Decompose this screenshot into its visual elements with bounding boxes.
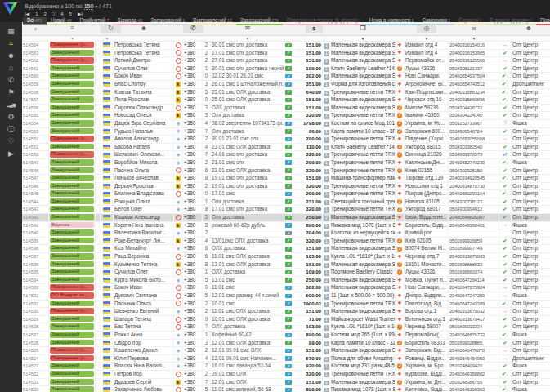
table-row[interactable]: 514546 Завершений Деркач Ярослав k +380 … [22,183,550,191]
client-name[interactable]: Роке-Бетанкурт Лін... [114,238,174,245]
table-row[interactable]: 514529 Завершений Шапарь Тетяна +380 9 1… [22,316,550,324]
client-name[interactable]: Пасічна Ольга [114,167,174,175]
table-row[interactable]: 514532 DO Возврат ок... Дукович Світлана… [22,292,550,301]
product-name[interactable]: Маленькая видеокамера SQ8 *... [330,245,396,252]
info-icon[interactable]: ⓘ [0,123,22,136]
tracking-number[interactable]: 20400316153965 [449,50,499,57]
client-phone[interactable]: +380 [183,89,203,96]
table-row[interactable]: 514547 Завершений Линьков Вячеслав k +38… [22,175,550,183]
client-name[interactable]: Петровська Тетяна [114,50,174,57]
client-name[interactable]: Курта Микола Вікто... [114,277,174,284]
client-name[interactable]: Пасічник Ольга [114,301,174,308]
tab-10[interactable]: Самовивіз2 [418,17,454,25]
client-phone[interactable]: +380 [183,151,203,158]
client-name[interactable]: Дударев Сергій [114,379,174,386]
table-row[interactable]: 514551 Завершений Басова Наталя ✳ +380 4… [22,144,550,152]
tracking-number[interactable]: 20450648826087 [449,214,499,221]
product-name[interactable]: Полка для обуви Amazing Shoe ... [330,355,396,363]
client-name[interactable]: Шелковин Олексан... [114,151,174,158]
product-name[interactable]: Карта памяти 10 класс - 8ГБ *12... [330,128,396,136]
tab-5[interactable]: Запакований1 [146,17,189,25]
client-phone[interactable]: +380 [183,175,203,182]
product-name[interactable]: Тренировочные петли TRX Train... [330,112,396,119]
client-name[interactable]: Авилов Александр [114,136,174,143]
client-name[interactable]: Басова Наталя [114,144,174,151]
client-name[interactable]: Благінна Владіслава [114,190,174,198]
product-name[interactable]: Клатч Baellerry Leather *1487* (1... [330,65,396,73]
client-phone[interactable]: +380 [183,167,203,175]
clients-icon[interactable]: ☻ [0,50,22,62]
product-name[interactable]: Маленькая видеокамера SQ8 *... [330,308,396,315]
tab-3[interactable]: Прийнятий7 [76,17,114,25]
client-phone[interactable]: +380 [183,42,203,49]
tab-8[interactable]: Повернення товару (в дорозі)0 [283,17,365,25]
product-name[interactable]: Форма для изготовления садов... [330,81,396,88]
client-phone[interactable]: +380 [183,340,203,347]
client-name[interactable]: Бокоч Иван [114,73,174,80]
product-name[interactable]: Маленькая видеокамера SQ8 *... [330,277,396,284]
tracking-number[interactable]: 20450646476878 [449,347,499,354]
product-name[interactable]: Тренировочные петли TRX Train... [330,167,396,175]
tracking-number[interactable]: 20400315863234 [449,89,499,96]
tracking-number[interactable]: 20400313670032 [449,308,499,315]
client-phone[interactable]: +380 [183,81,203,88]
client-name[interactable]: Петровська Тетяна [114,42,174,49]
product-name[interactable]: Колготки из нервущейся ткани... [330,229,396,237]
table-row[interactable]: 514562 Повернення (з... Лепкий Дмитро +3… [22,57,550,65]
product-name[interactable]: Тренировочные петли TRX Train... [330,151,396,158]
page-4[interactable]: 4 [60,11,63,17]
product-name[interactable]: Маленькая видеокамера SQ8 *... [330,42,396,49]
product-name[interactable]: Маленькая видеокамера SQ8 *... [330,214,396,221]
column-filter-caret[interactable]: ▾ [49,36,96,41]
client-phone[interactable]: +380 [183,120,203,127]
tracking-number[interactable]: 20450654743512 [449,81,499,88]
tracking-number[interactable]: 0504305121337 [449,65,499,73]
table-row[interactable]: 514526 Завершений Свідро Ігор ✳ +380 3 1… [22,340,550,348]
client-phone[interactable]: +380 [183,379,203,386]
client-name[interactable]: Дукович Світлана [114,292,174,300]
product-name[interactable]: Маленькая видеокамера SQ8 *... [330,96,396,104]
tracking-number[interactable]: 0501699907749 [449,245,499,252]
product-name[interactable]: Маленькая видеокамера SQ8 *... [330,73,396,80]
table-row[interactable]: 514531 Завершений Пасічник Ольга +380 2 … [22,301,550,309]
tracking-number[interactable]: 20450647284114 [449,277,499,284]
table-row[interactable]: 514520 Завершений Захарченко Любовь +380… [22,386,550,392]
table-row[interactable]: 514554 Завершений Дацюк Віра Сергіївна ✳… [22,120,550,128]
client-name[interactable]: Бокоч Иван [114,284,174,292]
client-name[interactable]: Рожко Анна [114,332,174,339]
client-name[interactable]: Новосад Олеся [114,112,174,119]
client-name[interactable]: Коротя Ніна Іванівна [114,222,174,229]
table-row[interactable]: 514530 Повернення (з... Шевченко Евгений… [22,308,550,316]
table-row[interactable]: 514553 Завершений Рудько Наталья ✳ +380 … [22,128,550,136]
tab-4[interactable]: Відмова42 [113,17,146,25]
client-name[interactable]: Юлія Первова [114,355,174,363]
video-tutorials-icon[interactable]: ▶ [0,148,22,160]
product-name[interactable]: Тренировочные петли TRX Train... [330,206,396,213]
client-name[interactable]: Деркач Ярослав [114,183,174,190]
marketing-icon[interactable]: ⚑ [0,87,22,99]
tracking-number[interactable]: 20450647242389 [449,301,499,308]
client-name[interactable]: Валентина Васильє... [114,229,174,237]
table-row[interactable]: 514535 Завершений Сучилов Олег +380 1 ОЛ… [22,269,550,277]
product-name[interactable]: Майка-корсет Waist Trainer *142... [330,316,396,323]
client-name[interactable]: Раца Вероніка [114,253,174,261]
client-name[interactable]: Сучилов Олег [114,65,174,73]
client-name[interactable]: Рокіцька Ольга [114,198,174,206]
product-name[interactable]: Портмоне Baellery Classic *1966... [330,269,396,276]
settings-icon[interactable]: ⚙ [0,111,22,123]
tracking-number[interactable]: 0503252733967 [449,120,499,127]
table-row[interactable]: 514545 Завершений Благінна Владіслава +3… [22,190,550,198]
client-phone[interactable]: +380 [183,277,203,284]
first-page-icon[interactable]: |◀ [25,11,29,17]
client-phone[interactable]: +380 [183,65,203,73]
client-phone[interactable]: +380 [183,323,203,331]
kanban-board-icon[interactable]: ▦ [0,25,22,38]
orders-list-icon[interactable]: ≡ [0,38,22,50]
client-name[interactable]: Ковпак Татьяна [114,89,174,96]
product-name[interactable]: Тренировочные петли TRX Train... [330,136,396,143]
table-row[interactable]: 514552 Повернення (з... Авилов Александр… [22,136,550,144]
client-phone[interactable]: +380 [183,301,203,308]
client-phone[interactable]: +380 [183,112,203,119]
table-row[interactable]: 514549 Завершений Воробйов Микола ✳ +380… [22,159,550,167]
store-icon[interactable]: ⌂ [0,62,22,74]
